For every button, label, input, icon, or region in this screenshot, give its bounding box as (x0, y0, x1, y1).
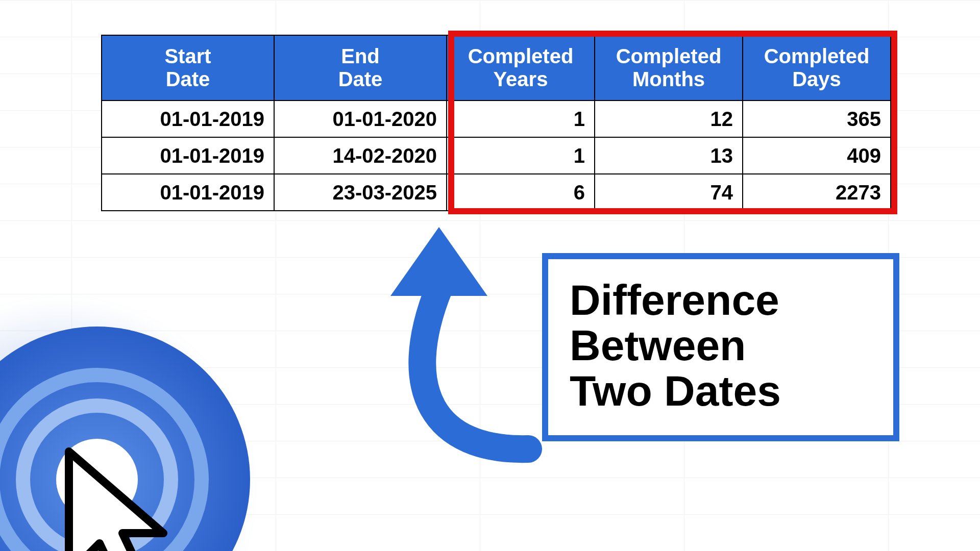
header-text: Completed (468, 45, 574, 67)
header-text: Date (338, 68, 383, 90)
header-text: Start (164, 45, 211, 67)
cell-days[interactable]: 2273 (743, 174, 891, 211)
header-completed-years[interactable]: Completed Years (447, 35, 595, 101)
header-end-date[interactable]: End Date (274, 35, 447, 101)
header-completed-days[interactable]: Completed Days (743, 35, 891, 101)
cell-years[interactable]: 6 (447, 174, 595, 211)
cell-end-date[interactable]: 14-02-2020 (274, 137, 447, 174)
table-row: 01-01-2019 01-01-2020 1 12 365 (102, 101, 891, 137)
cell-months[interactable]: 13 (595, 137, 743, 174)
cell-months[interactable]: 12 (595, 101, 743, 137)
cell-years[interactable]: 1 (447, 101, 595, 137)
data-table-container: Start Date End Date Completed Years Comp… (101, 35, 891, 211)
header-start-date[interactable]: Start Date (102, 35, 274, 101)
header-text: Completed (616, 45, 722, 67)
header-text: Days (792, 68, 841, 90)
header-text: Months (632, 68, 705, 90)
cell-start-date[interactable]: 01-01-2019 (102, 174, 274, 211)
callout-line: Between (570, 323, 872, 368)
cell-days[interactable]: 365 (743, 101, 891, 137)
cell-end-date[interactable]: 01-01-2020 (274, 101, 447, 137)
header-text: Completed (764, 45, 870, 67)
cell-start-date[interactable]: 01-01-2019 (102, 137, 274, 174)
date-diff-table[interactable]: Start Date End Date Completed Years Comp… (101, 35, 891, 211)
table-header-row: Start Date End Date Completed Years Comp… (102, 35, 891, 101)
cell-years[interactable]: 1 (447, 137, 595, 174)
click-target-logo-icon (0, 321, 255, 551)
cell-end-date[interactable]: 23-03-2025 (274, 174, 447, 211)
header-text: End (341, 45, 380, 67)
cell-days[interactable]: 409 (743, 137, 891, 174)
header-completed-months[interactable]: Completed Months (595, 35, 743, 101)
table-row: 01-01-2019 14-02-2020 1 13 409 (102, 137, 891, 174)
cell-months[interactable]: 74 (595, 174, 743, 211)
callout-line: Difference (570, 278, 872, 323)
callout-box: Difference Between Two Dates (542, 253, 899, 441)
callout-line: Two Dates (570, 368, 872, 414)
table-row: 01-01-2019 23-03-2025 6 74 2273 (102, 174, 891, 211)
header-text: Years (494, 68, 548, 90)
header-text: Date (166, 68, 210, 90)
cell-start-date[interactable]: 01-01-2019 (102, 101, 274, 137)
